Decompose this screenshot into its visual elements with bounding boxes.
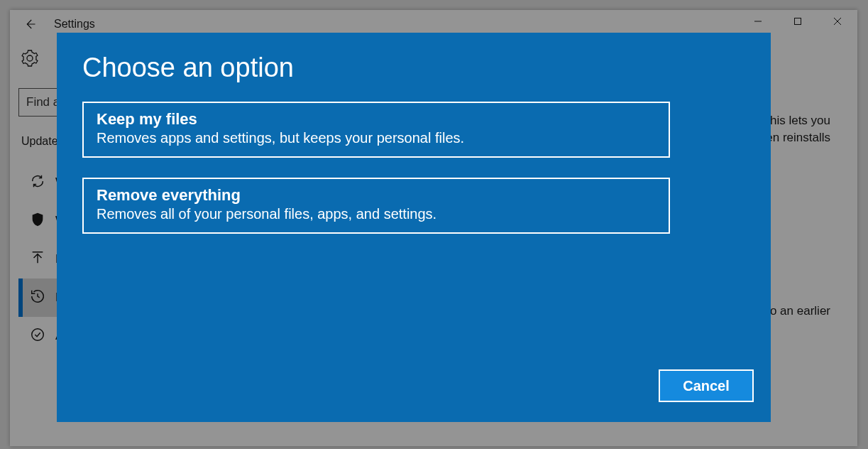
modal-title: Choose an option [82,53,742,83]
option-title: Remove everything [97,186,656,205]
option-desc: Removes apps and settings, but keeps you… [97,130,656,146]
option-remove-everything[interactable]: Remove everything Removes all of your pe… [82,178,670,234]
option-desc: Removes all of your personal files, apps… [97,206,656,222]
modal-options: Keep my files Removes apps and settings,… [82,102,742,234]
cancel-button[interactable]: Cancel [659,369,754,402]
option-keep-files[interactable]: Keep my files Removes apps and settings,… [82,102,670,158]
cancel-label: Cancel [683,378,730,394]
option-title: Keep my files [97,110,656,129]
reset-modal: Choose an option Keep my files Removes a… [57,33,771,422]
